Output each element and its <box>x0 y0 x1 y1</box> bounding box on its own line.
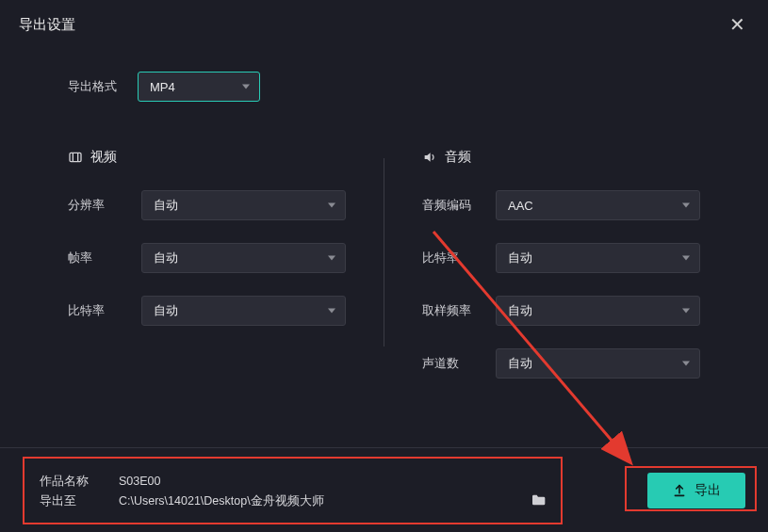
audio-bitrate-label: 比特率 <box>422 250 496 266</box>
chevron-down-icon <box>682 362 690 366</box>
chevron-down-icon <box>682 309 690 314</box>
close-button[interactable]: ✕ <box>726 15 749 34</box>
format-label: 导出格式 <box>68 78 138 95</box>
svg-marker-3 <box>425 153 431 161</box>
video-bitrate-label: 比特率 <box>68 302 141 319</box>
channels-value: 自动 <box>508 355 532 372</box>
audio-icon <box>422 150 437 165</box>
framerate-select[interactable]: 自动 <box>141 243 346 273</box>
framerate-value: 自动 <box>154 250 178 266</box>
svg-rect-0 <box>70 153 81 161</box>
output-name-value[interactable]: S03E00 <box>119 475 546 488</box>
audio-codec-select[interactable]: AAC <box>496 190 700 220</box>
channels-select[interactable]: 自动 <box>496 348 700 379</box>
browse-folder-button[interactable] <box>531 493 546 509</box>
framerate-label: 帧率 <box>68 250 141 266</box>
export-button-label: 导出 <box>694 482 721 499</box>
chevron-down-icon <box>242 85 250 89</box>
audio-codec-label: 音频编码 <box>422 197 496 214</box>
video-bitrate-select[interactable]: 自动 <box>141 296 346 326</box>
video-section-heading: 视频 <box>68 149 346 166</box>
audio-section-heading: 音频 <box>422 149 700 166</box>
resolution-value: 自动 <box>154 197 178 214</box>
dialog-title: 导出设置 <box>19 16 75 34</box>
upload-icon <box>672 483 687 498</box>
chevron-down-icon <box>328 203 335 208</box>
chevron-down-icon <box>328 256 335 261</box>
samplerate-label: 取样频率 <box>422 302 496 319</box>
output-path-value: C:\Users\14021\Desktop\金舟视频大师 <box>119 493 485 509</box>
format-value: MP4 <box>150 80 175 94</box>
resolution-select[interactable]: 自动 <box>141 190 346 220</box>
resolution-label: 分辨率 <box>68 197 141 214</box>
close-icon: ✕ <box>729 14 745 35</box>
samplerate-select[interactable]: 自动 <box>496 296 700 326</box>
folder-icon <box>531 493 546 507</box>
channels-label: 声道数 <box>422 355 496 372</box>
chevron-down-icon <box>682 256 690 261</box>
audio-bitrate-value: 自动 <box>508 250 532 266</box>
output-path-label: 导出至 <box>40 493 92 509</box>
video-icon <box>68 150 83 165</box>
audio-codec-value: AAC <box>508 199 533 213</box>
output-info-panel: 作品名称 S03E00 导出至 C:\Users\14021\Desktop\金… <box>23 457 563 524</box>
chevron-down-icon <box>682 203 690 208</box>
samplerate-value: 自动 <box>508 302 532 319</box>
format-select[interactable]: MP4 <box>138 72 260 102</box>
chevron-down-icon <box>328 309 335 314</box>
output-name-label: 作品名称 <box>40 474 92 490</box>
export-button[interactable]: 导出 <box>647 473 745 508</box>
audio-bitrate-select[interactable]: 自动 <box>496 243 700 273</box>
video-bitrate-value: 自动 <box>154 302 178 319</box>
